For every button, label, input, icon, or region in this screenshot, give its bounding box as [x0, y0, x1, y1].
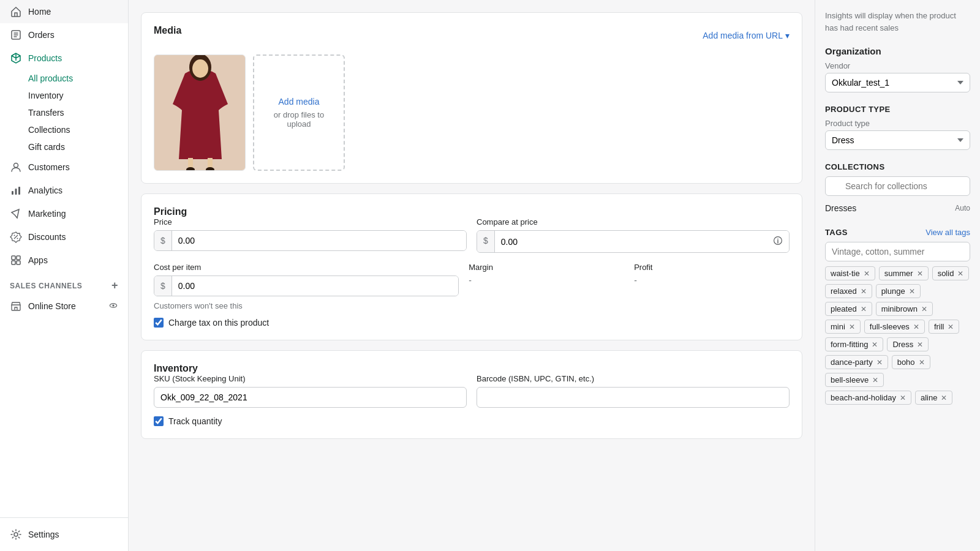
tag-remove-icon[interactable]: ✕	[872, 376, 878, 384]
profit-label: Profit	[634, 263, 790, 272]
organization-section: Organization Vendor Okkular_test_1	[825, 46, 970, 92]
svg-point-19	[192, 59, 208, 78]
price-field: Price $	[154, 217, 467, 253]
collections-section: COLLECTIONS Dresses Auto	[825, 162, 970, 216]
tag-chip: mini✕	[825, 320, 861, 334]
svg-point-7	[17, 238, 18, 239]
tag-remove-icon[interactable]: ✕	[913, 323, 919, 331]
tag-chip: relaxed✕	[825, 284, 872, 298]
svg-point-1	[14, 163, 18, 168]
tag-chip: beach-and-holiday✕	[825, 391, 911, 405]
cost-helper-text: Customers won't see this	[154, 301, 790, 310]
vendor-select-row: Okkular_test_1	[825, 73, 970, 92]
tag-remove-icon[interactable]: ✕	[917, 340, 923, 349]
svg-rect-10	[17, 256, 20, 260]
charge-tax-checkbox[interactable]	[154, 318, 164, 328]
tags-header: TAGS View all tags	[825, 228, 970, 237]
tag-remove-icon[interactable]: ✕	[957, 269, 963, 278]
vendor-select[interactable]: Okkular_test_1	[825, 73, 970, 92]
tag-remove-icon[interactable]: ✕	[941, 394, 947, 402]
inventory-card: Inventory SKU (Stock Keeping Unit) Barco…	[141, 350, 802, 439]
sidebar-item-online-store[interactable]: Online Store	[0, 294, 128, 318]
media-title: Media	[154, 25, 181, 36]
tag-remove-icon[interactable]: ✕	[861, 287, 867, 296]
sidebar-subitem-transfers[interactable]: Transfers	[28, 104, 128, 121]
price-label: Price	[154, 217, 467, 227]
tag-remove-icon[interactable]: ✕	[876, 358, 883, 367]
sidebar-item-settings-label: Settings	[28, 530, 59, 539]
tag-remove-icon[interactable]: ✕	[917, 269, 923, 278]
sidebar-item-analytics[interactable]: Analytics	[0, 179, 128, 202]
add-media-url-button[interactable]: Add media from URL ▾	[703, 31, 790, 40]
tags-list: waist-tie✕summer✕solid✕relaxed✕plunge✕pl…	[825, 266, 970, 405]
media-header: Media Add media from URL ▾	[154, 25, 790, 46]
tag-chip: waist-tie✕	[825, 266, 875, 280]
sidebar-item-products[interactable]: Products	[0, 47, 128, 70]
view-all-tags-link[interactable]: View all tags	[925, 228, 970, 237]
sku-input[interactable]	[154, 387, 467, 408]
sidebar-settings: Settings	[0, 517, 128, 551]
cost-field: Cost per item $	[154, 263, 459, 296]
insights-text: Insights will display when the product h…	[825, 10, 970, 34]
tag-remove-icon[interactable]: ✕	[864, 269, 870, 278]
price-currency: $	[154, 231, 172, 250]
sidebar-nav: Home Orders Products All products Invent…	[0, 0, 128, 517]
sidebar: Home Orders Products All products Invent…	[0, 0, 129, 551]
online-store-eye-icon[interactable]	[108, 301, 118, 312]
add-sales-channel-icon[interactable]: +	[111, 279, 118, 292]
tag-remove-icon[interactable]: ✕	[900, 394, 906, 402]
sidebar-subitem-inventory[interactable]: Inventory	[28, 87, 128, 104]
price-input[interactable]	[172, 231, 466, 250]
collections-search-input[interactable]	[825, 176, 970, 196]
tag-chip: bell-sleeve✕	[825, 373, 884, 387]
tag-remove-icon[interactable]: ✕	[861, 305, 867, 313]
sidebar-item-marketing[interactable]: Marketing	[0, 202, 128, 225]
margin-value: -	[469, 276, 624, 285]
sidebar-item-settings[interactable]: Settings	[0, 523, 128, 546]
barcode-input[interactable]	[477, 387, 790, 408]
apps-icon	[10, 254, 22, 266]
compare-price-help-icon[interactable]	[767, 231, 789, 252]
tag-remove-icon[interactable]: ✕	[909, 287, 915, 296]
home-icon	[10, 6, 22, 18]
tags-input[interactable]	[825, 242, 970, 261]
compare-price-input[interactable]	[495, 231, 767, 252]
sidebar-item-customers-label: Customers	[28, 162, 70, 172]
profit-item: Profit -	[634, 263, 790, 296]
sidebar-item-orders[interactable]: Orders	[0, 23, 128, 47]
content-area: Media Add media from URL ▾	[129, 0, 815, 551]
tag-chip: full-sleeves✕	[864, 320, 925, 334]
product-image[interactable]	[154, 54, 246, 171]
sidebar-item-discounts[interactable]: Discounts	[0, 225, 128, 249]
tag-chip: aline✕	[915, 391, 952, 405]
sidebar-item-marketing-label: Marketing	[28, 209, 66, 219]
tag-remove-icon[interactable]: ✕	[872, 340, 878, 349]
sidebar-item-home[interactable]: Home	[0, 0, 128, 23]
sidebar-subitem-all-products[interactable]: All products	[28, 70, 128, 87]
product-type-select[interactable]: Dress	[825, 130, 970, 150]
sidebar-item-apps[interactable]: Apps	[0, 249, 128, 272]
vendor-label: Vendor	[825, 61, 970, 70]
tag-remove-icon[interactable]: ✕	[919, 358, 925, 367]
sidebar-subitem-collections[interactable]: Collections	[28, 121, 128, 138]
insights-section: Insights will display when the product h…	[825, 10, 970, 34]
track-quantity-label: Track quantity	[168, 416, 222, 426]
tag-remove-icon[interactable]: ✕	[948, 323, 954, 331]
charge-tax-label: Charge tax on this product	[168, 318, 269, 328]
sidebar-item-customers[interactable]: Customers	[0, 156, 128, 179]
add-media-placeholder[interactable]: Add media or drop files toupload	[253, 54, 345, 171]
charge-tax-row: Charge tax on this product	[154, 318, 790, 328]
margin-item: Margin -	[469, 263, 624, 296]
svg-point-6	[14, 235, 15, 236]
tag-remove-icon[interactable]: ✕	[921, 305, 927, 313]
track-quantity-checkbox[interactable]	[154, 416, 164, 426]
cost-currency: $	[154, 276, 172, 296]
tag-chip: frill✕	[929, 320, 960, 334]
products-icon	[10, 52, 22, 64]
svg-rect-4	[18, 187, 20, 195]
compare-price-field: Compare at price $	[477, 217, 790, 253]
sidebar-subitem-gift-cards[interactable]: Gift cards	[28, 138, 128, 156]
tag-chip: summer✕	[879, 266, 929, 280]
tag-remove-icon[interactable]: ✕	[849, 323, 855, 331]
cost-input[interactable]	[172, 276, 458, 296]
